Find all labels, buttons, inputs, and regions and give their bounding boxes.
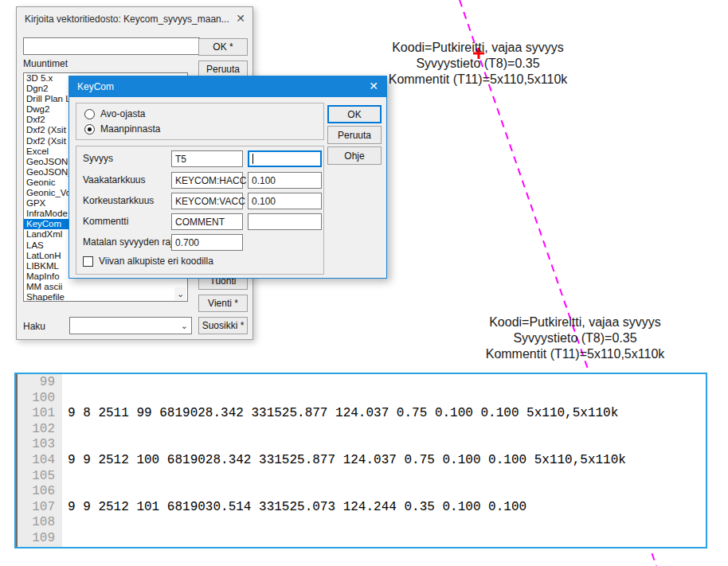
fields-group: Syvyys T5 Vaakatarkkuus KEYCOM:HACC 0.10… bbox=[76, 146, 324, 275]
comment-code-input[interactable]: COMMENT bbox=[171, 213, 243, 230]
chevron-down-icon: ⌄ bbox=[177, 289, 184, 299]
line-number: 101 bbox=[18, 406, 55, 422]
line-number: 105 bbox=[18, 469, 55, 485]
export-button[interactable]: Vienti * bbox=[198, 295, 248, 312]
hacc-value-input[interactable]: 0.100 bbox=[248, 172, 322, 189]
shallow-limit-label: Matalan syvyyden raja bbox=[83, 234, 178, 251]
comment-label: Kommentti bbox=[83, 213, 128, 230]
checkbox-label: Viivan alkupiste eri koodilla bbox=[99, 256, 213, 267]
radio-label: Avo-ojasta bbox=[100, 108, 145, 119]
keycom-titlebar: KeyCom bbox=[69, 76, 386, 97]
annotation-line: Kommentit (T11)=5x110,5x110k bbox=[454, 346, 696, 362]
line-number: 103 bbox=[18, 437, 55, 453]
annotation-line: Kommentit (T11)=5x110,5x110k bbox=[358, 72, 597, 88]
map-annotation-lower: Koodi=Putkireitti, vajaa syvyys Syvyysti… bbox=[454, 314, 696, 362]
line-number: 100 bbox=[18, 391, 55, 407]
scroll-down-arrow[interactable]: ⌄ bbox=[174, 287, 186, 300]
converter-item[interactable]: Shapefile bbox=[24, 292, 187, 302]
radio-icon bbox=[84, 109, 95, 119]
line-number: 107 bbox=[18, 500, 55, 516]
vacc-label: Korkeustarkkuus bbox=[83, 193, 154, 209]
ok-button[interactable]: OK * bbox=[198, 38, 248, 56]
hacc-code-input[interactable]: KEYCOM:HACC bbox=[171, 172, 243, 189]
search-label: Haku bbox=[23, 321, 45, 332]
vacc-code-input[interactable]: KEYCOM:VACC bbox=[171, 193, 243, 209]
data-line: 9 8 2511 99 6819028.342 331525.877 124.0… bbox=[68, 406, 634, 422]
filename-input[interactable] bbox=[23, 37, 200, 55]
radio-maanpinnasta[interactable]: Maanpinnasta bbox=[84, 123, 323, 135]
data-line: 9 9 2512 102 6819033.349 331524.032 124.… bbox=[68, 547, 634, 548]
favorite-button[interactable]: Suosikki * bbox=[198, 317, 248, 334]
dialog-title: Kirjoita vektoritiedosto: Keycom_syvyys_… bbox=[25, 14, 229, 25]
annotation-line: Syvyystieto (T8)=0.35 bbox=[454, 330, 696, 346]
close-icon[interactable]: ✕ bbox=[236, 12, 245, 25]
radio-label: Maanpinnasta bbox=[100, 123, 160, 135]
text-caret bbox=[252, 154, 253, 164]
converter-item[interactable]: MM ascii bbox=[24, 282, 187, 292]
comment-value-input[interactable] bbox=[248, 213, 322, 230]
source-radio-group: Avo-ojasta Maanpinnasta bbox=[76, 103, 324, 140]
radio-avo-ojasta[interactable]: Avo-ojasta bbox=[84, 108, 323, 119]
keycom-title: KeyCom bbox=[77, 81, 114, 92]
map-annotation-upper: Koodi=Putkireitti, vajaa syvyys Syvyysti… bbox=[358, 40, 597, 88]
converters-label: Muuntimet bbox=[23, 58, 68, 69]
shallow-limit-input[interactable]: 0.700 bbox=[171, 234, 243, 251]
keycom-cancel-button[interactable]: Peruuta bbox=[327, 126, 382, 144]
keycom-output-text-panel[interactable]: 99 100 101 102 103 104 105 106 107 108 1… bbox=[14, 373, 707, 548]
data-line: 9 9 2512 100 6819028.342 331525.877 124.… bbox=[68, 453, 634, 469]
keycom-dialog: KeyCom ✕ Avo-ojasta Maanpinnasta OK Peru… bbox=[68, 76, 387, 279]
line-start-code-checkbox-row[interactable]: Viivan alkupiste eri koodilla bbox=[83, 256, 213, 267]
line-number: 99 bbox=[18, 375, 55, 391]
data-line: 9 9 2512 101 6819030.514 331525.073 124.… bbox=[68, 500, 634, 516]
line-number: 104 bbox=[18, 453, 55, 469]
annotation-line: Koodi=Putkireitti, vajaa syvyys bbox=[358, 40, 597, 56]
close-icon[interactable]: ✕ bbox=[369, 80, 378, 92]
depth-value-input[interactable] bbox=[248, 150, 322, 167]
search-combobox[interactable]: ⌄ bbox=[69, 317, 192, 334]
line-number: 109 bbox=[18, 531, 55, 547]
keycom-ok-button[interactable]: OK bbox=[327, 105, 382, 123]
keycom-help-button[interactable]: Ohje bbox=[327, 146, 382, 165]
checkbox-icon bbox=[83, 256, 93, 267]
line-number: 102 bbox=[18, 422, 55, 438]
annotation-line: Koodi=Putkireitti, vajaa syvyys bbox=[454, 314, 696, 330]
radio-selected-icon bbox=[84, 124, 95, 135]
line-number: 106 bbox=[18, 484, 55, 500]
depth-label: Syvyys bbox=[83, 150, 113, 167]
data-lines: 9 8 2511 99 6819028.342 331525.877 124.0… bbox=[62, 374, 634, 547]
vacc-value-input[interactable]: 0.100 bbox=[248, 193, 322, 209]
line-number-gutter: 99 100 101 102 103 104 105 106 107 108 1… bbox=[16, 374, 62, 547]
line-number: 108 bbox=[18, 515, 55, 531]
depth-code-input[interactable]: T5 bbox=[171, 150, 243, 167]
annotation-line: Syvyystieto (T8)=0.35 bbox=[358, 56, 597, 72]
hacc-label: Vaakatarkkuus bbox=[83, 172, 146, 189]
chevron-down-icon: ⌄ bbox=[181, 321, 188, 331]
